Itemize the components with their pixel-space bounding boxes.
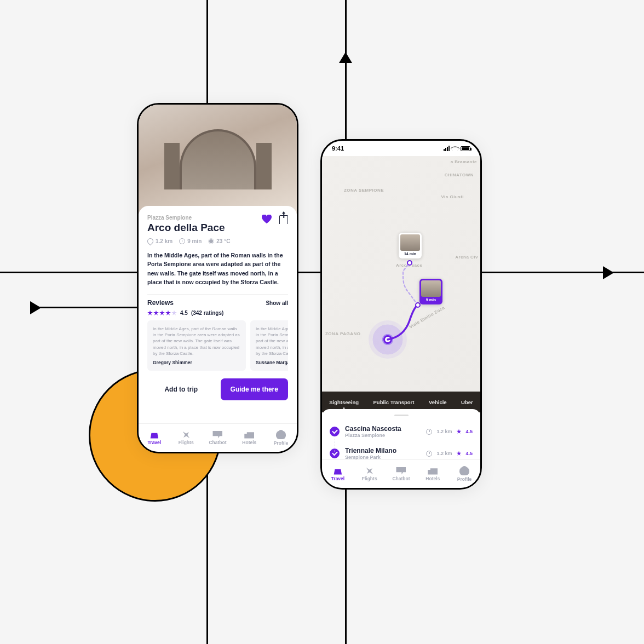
itinerary-sheet[interactable]: Cascina Nascosta Piazza Sempione 1.2 km … bbox=[322, 409, 480, 464]
transport-tab-public[interactable]: Public Transport bbox=[372, 397, 416, 407]
phone-detail: Piazza Sempione Arco della Pace 1.2 km 9… bbox=[137, 103, 298, 453]
tab-flights[interactable]: Flights bbox=[354, 460, 386, 488]
stop-rating: 4.5 bbox=[465, 429, 473, 434]
suitcase-icon bbox=[150, 431, 159, 439]
transport-tab-uber[interactable]: Uber bbox=[460, 397, 474, 407]
tab-flights[interactable]: Flights bbox=[170, 424, 202, 452]
tab-label: Chatbot bbox=[209, 440, 226, 445]
weather-icon bbox=[209, 239, 213, 243]
place-subtitle: Piazza Sempione bbox=[147, 215, 225, 221]
tab-label: Travel bbox=[148, 440, 162, 445]
wifi-icon bbox=[451, 144, 460, 153]
map-pin-far[interactable]: 14 min bbox=[399, 233, 422, 258]
status-bar: 9:41 bbox=[322, 141, 480, 156]
pin-thumbnail bbox=[421, 280, 441, 297]
clock-icon bbox=[426, 451, 432, 457]
share-icon[interactable] bbox=[279, 215, 288, 224]
place-title: Arco della Pace bbox=[147, 222, 225, 234]
stop-rating: 4.5 bbox=[465, 451, 473, 456]
arrow-right-icon bbox=[603, 266, 614, 279]
sheet-drag-handle[interactable] bbox=[394, 415, 409, 416]
detail-card: Piazza Sempione Arco della Pace 1.2 km 9… bbox=[139, 206, 297, 409]
arrow-left-icon bbox=[30, 301, 41, 314]
phone-map: 9:41 ZONA SEMPIONE CHINATOWN Via Giusti … bbox=[320, 139, 482, 490]
guide-me-button[interactable]: Guide me there bbox=[221, 378, 289, 400]
star-icon bbox=[456, 429, 461, 434]
stop-subtitle: Piazza Sempione bbox=[345, 433, 421, 438]
tab-hotels[interactable]: Hotels bbox=[417, 460, 449, 488]
reviews-heading: Reviews bbox=[147, 299, 174, 307]
review-text: In the Middle Ages, part of the Roman wa… bbox=[256, 326, 288, 357]
star-icon bbox=[456, 451, 461, 456]
tab-label: Profile bbox=[457, 476, 472, 482]
review-author: Gregory Shimmer bbox=[153, 360, 240, 365]
check-icon bbox=[330, 449, 340, 458]
tab-chatbot[interactable]: Chatbot bbox=[386, 460, 417, 488]
review-card[interactable]: In the Middle Ages, part of the Roman wa… bbox=[250, 320, 288, 371]
signal-icon bbox=[444, 146, 450, 151]
bottom-tab-bar: Travel Flights Chatbot Hotels Profile bbox=[322, 459, 480, 488]
bottom-tab-bar: Travel Flights Chatbot Hotels Profile bbox=[139, 423, 297, 452]
suitcase-icon bbox=[333, 467, 343, 475]
tab-label: Hotels bbox=[426, 476, 440, 481]
rating-stars bbox=[147, 311, 177, 316]
stop-distance: 1.2 km bbox=[436, 429, 452, 434]
tab-label: Hotels bbox=[242, 440, 256, 445]
show-all-reviews-link[interactable]: Show all bbox=[266, 300, 288, 306]
monument-illustration bbox=[180, 129, 256, 189]
pin-time-label: 9 min bbox=[426, 297, 436, 303]
tab-label: Travel bbox=[331, 476, 345, 481]
check-icon bbox=[330, 427, 340, 436]
hero-image[interactable] bbox=[139, 105, 297, 214]
review-card[interactable]: In the Middle Ages, part of the Roman wa… bbox=[147, 320, 246, 371]
tab-profile[interactable]: Profile bbox=[449, 460, 480, 488]
star-icon bbox=[171, 311, 177, 316]
rating-summary: 4.5 (342 ratings) bbox=[147, 310, 288, 316]
clock-icon bbox=[179, 238, 185, 244]
clock-icon bbox=[426, 429, 432, 435]
arrow-up-icon bbox=[339, 52, 352, 63]
reviews-carousel[interactable]: In the Middle Ages, part of the Roman wa… bbox=[147, 320, 288, 371]
tab-travel[interactable]: Travel bbox=[322, 460, 354, 488]
transport-tab-sightseeing[interactable]: Sightseeing bbox=[328, 397, 360, 407]
favorite-icon[interactable] bbox=[262, 215, 272, 225]
star-icon bbox=[159, 311, 165, 316]
star-icon bbox=[165, 311, 171, 316]
map-view[interactable]: ZONA SEMPIONE CHINATOWN Via Giusti a Bra… bbox=[322, 156, 480, 392]
pin-thumbnail bbox=[400, 234, 420, 251]
itinerary-stop[interactable]: Cascina Nascosta Piazza Sempione 1.2 km … bbox=[330, 421, 473, 442]
battery-icon bbox=[461, 146, 470, 151]
tab-label: Chatbot bbox=[392, 476, 410, 481]
review-text: In the Middle Ages, part of the Roman wa… bbox=[153, 326, 240, 357]
axis-seg bbox=[345, 55, 347, 148]
temperature-value: 23 °C bbox=[216, 238, 230, 244]
stop-distance: 1.2 km bbox=[436, 451, 452, 456]
add-to-trip-button[interactable]: Add to trip bbox=[147, 378, 215, 400]
duration-value: 9 min bbox=[187, 238, 202, 244]
tab-label: Profile bbox=[274, 440, 288, 446]
tab-hotels[interactable]: Hotels bbox=[233, 424, 265, 452]
status-time: 9:41 bbox=[332, 145, 344, 152]
star-icon bbox=[147, 311, 153, 316]
tab-chatbot[interactable]: Chatbot bbox=[202, 424, 234, 452]
stop-title: Cascina Nascosta bbox=[345, 425, 421, 433]
route-line bbox=[322, 156, 480, 392]
chat-icon bbox=[212, 431, 222, 439]
rating-value: 4.5 bbox=[180, 310, 188, 316]
map-pin-near[interactable]: 9 min bbox=[419, 279, 442, 304]
bed-icon bbox=[244, 431, 254, 439]
place-meta: 1.2 km 9 min 23 °C bbox=[147, 238, 288, 244]
tab-label: Flights bbox=[362, 476, 377, 481]
divider bbox=[147, 294, 288, 295]
rating-count: (342 ratings) bbox=[191, 310, 223, 316]
star-icon bbox=[153, 311, 159, 316]
review-author: Sussane Margaret bbox=[256, 360, 288, 365]
person-icon bbox=[459, 467, 469, 475]
tab-profile[interactable]: Profile bbox=[265, 424, 297, 452]
plane-icon bbox=[363, 464, 376, 477]
chat-icon bbox=[396, 467, 406, 475]
route-waypoint[interactable] bbox=[407, 260, 412, 266]
transport-tab-vehicle[interactable]: Vehicle bbox=[428, 397, 448, 407]
person-icon bbox=[276, 430, 286, 439]
place-description: In the Middle Ages, part of the Roman wa… bbox=[147, 251, 288, 286]
